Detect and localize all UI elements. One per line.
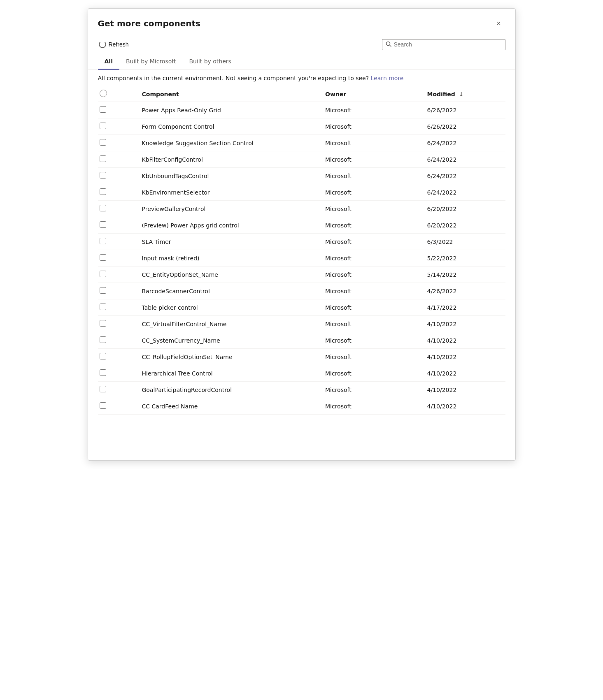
row-modified-date: 6/26/2022: [424, 102, 505, 118]
table-row: Hierarchical Tree ControlMicrosoft4/10/2…: [98, 365, 505, 382]
row-owner: Microsoft: [322, 299, 424, 316]
row-component-name: CC CardFeed Name: [139, 398, 322, 415]
row-checkbox[interactable]: [100, 304, 106, 310]
row-checkbox[interactable]: [100, 271, 106, 277]
svg-line-1: [389, 45, 391, 46]
search-box: [382, 39, 505, 50]
row-component-name: PreviewGalleryControl: [139, 201, 322, 217]
row-checkbox[interactable]: [100, 336, 106, 343]
row-checkbox[interactable]: [100, 287, 106, 294]
row-checkbox[interactable]: [100, 188, 106, 195]
dialog-title: Get more components: [98, 19, 200, 28]
dialog-header: Get more components ×: [88, 9, 515, 35]
row-component-name: Hierarchical Tree Control: [139, 365, 322, 382]
table-row: SLA TimerMicrosoft6/3/2022: [98, 234, 505, 250]
learn-more-link[interactable]: Learn more: [371, 75, 404, 81]
components-table: Component Owner Modified ↓ Power Apps Re…: [98, 86, 505, 415]
refresh-button[interactable]: Refresh: [95, 38, 133, 51]
table-row: CC CardFeed NameMicrosoft4/10/2022: [98, 398, 505, 415]
row-modified-date: 4/10/2022: [424, 316, 505, 332]
row-modified-date: 5/22/2022: [424, 250, 505, 267]
select-all-checkbox[interactable]: [100, 90, 107, 97]
table-row: CC_EntityOptionSet_NameMicrosoft5/14/202…: [98, 267, 505, 283]
row-checkbox[interactable]: [100, 254, 106, 261]
table-row: (Preview) Power Apps grid controlMicroso…: [98, 217, 505, 234]
row-modified-date: 6/3/2022: [424, 234, 505, 250]
row-modified-date: 4/10/2022: [424, 398, 505, 415]
table-row: Table picker controlMicrosoft4/17/2022: [98, 299, 505, 316]
row-component-name: Knowledge Suggestion Section Control: [139, 135, 322, 151]
row-checkbox-cell: [98, 316, 139, 332]
row-checkbox[interactable]: [100, 139, 106, 146]
row-component-name: Form Component Control: [139, 118, 322, 135]
row-component-name: GoalParticipatingRecordControl: [139, 382, 322, 398]
table-row: CC_SystemCurrency_NameMicrosoft4/10/2022: [98, 332, 505, 349]
row-checkbox[interactable]: [100, 369, 106, 376]
row-owner: Microsoft: [322, 250, 424, 267]
row-checkbox[interactable]: [100, 353, 106, 359]
refresh-icon: [99, 41, 106, 48]
row-modified-date: 4/10/2022: [424, 382, 505, 398]
row-checkbox[interactable]: [100, 205, 106, 211]
row-component-name: Table picker control: [139, 299, 322, 316]
header-checkbox-col: [98, 86, 139, 102]
row-modified-date: 4/10/2022: [424, 349, 505, 365]
table-row: KbEnvironmentSelectorMicrosoft6/24/2022: [98, 184, 505, 201]
row-component-name: CC_EntityOptionSet_Name: [139, 267, 322, 283]
info-bar: All components in the current environmen…: [88, 70, 515, 86]
tab-built-by-others[interactable]: Built by others: [182, 54, 237, 70]
close-icon: ×: [496, 19, 501, 28]
search-input[interactable]: [394, 41, 502, 48]
row-component-name: SLA Timer: [139, 234, 322, 250]
row-component-name: KbUnboundTagsControl: [139, 168, 322, 184]
row-checkbox[interactable]: [100, 320, 106, 327]
row-owner: Microsoft: [322, 382, 424, 398]
header-modified[interactable]: Modified ↓: [424, 86, 505, 102]
tab-built-by-microsoft[interactable]: Built by Microsoft: [119, 54, 183, 70]
row-checkbox[interactable]: [100, 221, 106, 228]
row-checkbox[interactable]: [100, 123, 106, 129]
row-checkbox-cell: [98, 168, 139, 184]
row-checkbox[interactable]: [100, 238, 106, 244]
table-row: BarcodeScannerControlMicrosoft4/26/2022: [98, 283, 505, 299]
row-modified-date: 6/26/2022: [424, 118, 505, 135]
row-modified-date: 5/14/2022: [424, 267, 505, 283]
row-owner: Microsoft: [322, 135, 424, 151]
row-checkbox-cell: [98, 283, 139, 299]
row-component-name: (Preview) Power Apps grid control: [139, 217, 322, 234]
row-checkbox-cell: [98, 398, 139, 415]
row-owner: Microsoft: [322, 217, 424, 234]
row-modified-date: 4/17/2022: [424, 299, 505, 316]
header-component[interactable]: Component: [139, 86, 322, 102]
search-icon: [386, 41, 391, 48]
close-button[interactable]: ×: [492, 17, 505, 30]
row-owner: Microsoft: [322, 201, 424, 217]
row-modified-date: 4/10/2022: [424, 332, 505, 349]
row-checkbox[interactable]: [100, 155, 106, 162]
sort-descending-icon: ↓: [459, 91, 464, 97]
row-checkbox-cell: [98, 365, 139, 382]
table-row: Form Component ControlMicrosoft6/26/2022: [98, 118, 505, 135]
info-text: All components in the current environmen…: [98, 75, 369, 81]
table-header-row: Component Owner Modified ↓: [98, 86, 505, 102]
row-modified-date: 6/24/2022: [424, 135, 505, 151]
row-modified-date: 6/24/2022: [424, 168, 505, 184]
row-modified-date: 6/24/2022: [424, 151, 505, 168]
row-component-name: KbEnvironmentSelector: [139, 184, 322, 201]
row-checkbox-cell: [98, 118, 139, 135]
row-checkbox-cell: [98, 184, 139, 201]
row-checkbox[interactable]: [100, 386, 106, 392]
row-component-name: CC_RollupFieldOptionSet_Name: [139, 349, 322, 365]
row-checkbox-cell: [98, 267, 139, 283]
tab-all[interactable]: All: [98, 54, 119, 70]
tab-bar: All Built by Microsoft Built by others: [88, 54, 515, 70]
row-checkbox[interactable]: [100, 402, 106, 409]
row-checkbox[interactable]: [100, 172, 106, 178]
header-owner[interactable]: Owner: [322, 86, 424, 102]
table-row: Power Apps Read-Only GridMicrosoft6/26/2…: [98, 102, 505, 118]
get-more-components-dialog: Get more components × Refresh All Built …: [88, 8, 516, 461]
row-owner: Microsoft: [322, 118, 424, 135]
row-modified-date: 4/10/2022: [424, 365, 505, 382]
row-component-name: Power Apps Read-Only Grid: [139, 102, 322, 118]
row-checkbox[interactable]: [100, 106, 106, 113]
